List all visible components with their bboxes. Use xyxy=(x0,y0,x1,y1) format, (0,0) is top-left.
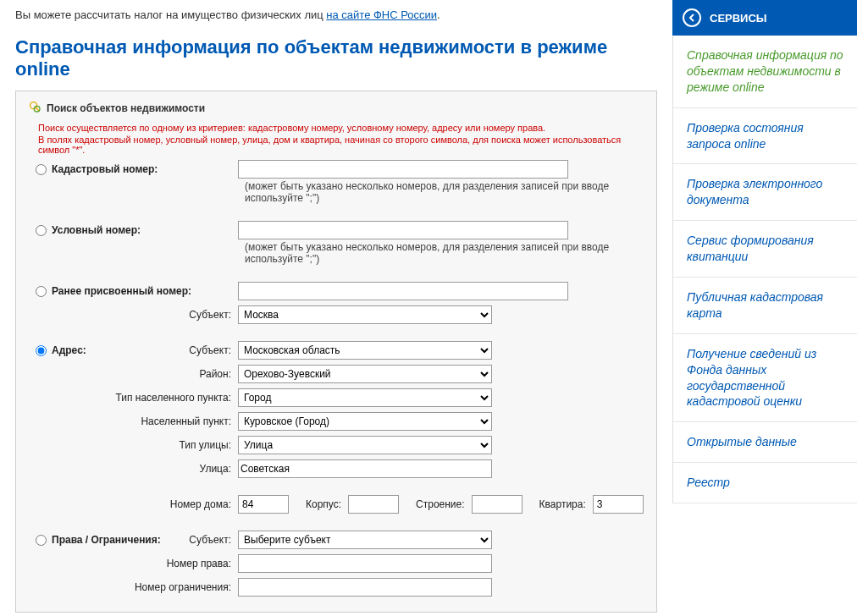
radio-cadastral[interactable] xyxy=(36,164,47,175)
select-settlement-type[interactable]: Город xyxy=(238,388,492,407)
sidebar-item-7[interactable]: Реестр xyxy=(673,463,857,503)
input-building[interactable] xyxy=(472,495,522,514)
intro-prefix: Вы можете рассчитать налог на имущество … xyxy=(15,8,326,21)
sidebar-list: Справочная информация по объектам недвиж… xyxy=(672,36,857,503)
hint-line-2: В полях кадастровый номер, условный номе… xyxy=(38,135,644,155)
intro-text: Вы можете рассчитать налог на имущество … xyxy=(15,8,657,21)
label-address: Адрес: xyxy=(52,344,86,356)
panel-header: Поиск объектов недвижимости xyxy=(28,100,644,116)
sidebar-item-5[interactable]: Получение сведений из Фонда данных госуд… xyxy=(673,334,857,423)
select-prev-subject[interactable]: Москва xyxy=(238,305,492,324)
search-icon xyxy=(28,100,41,116)
label-conditional: Условный номер: xyxy=(52,224,238,236)
input-apartment[interactable] xyxy=(593,495,644,514)
input-right-no[interactable] xyxy=(238,554,492,573)
select-district[interactable]: Орехово-Зуевский xyxy=(238,365,492,383)
sidebar-item-4[interactable]: Публичная кадастровая карта xyxy=(673,278,857,334)
label-cadastral: Кадастровый номер: xyxy=(52,163,238,175)
radio-previous[interactable] xyxy=(36,286,47,297)
help-cadastral: (может быть указано несколько номеров, д… xyxy=(245,180,644,204)
label-addr-subject: Субъект: xyxy=(189,344,231,356)
label-korpus: Корпус: xyxy=(296,498,341,510)
label-rights: Права / Ограничения: xyxy=(52,534,161,546)
select-rights-subject[interactable]: Выберите субъект xyxy=(238,531,492,549)
sidebar-header-text: СЕРВИСЫ xyxy=(710,12,767,25)
input-previous[interactable] xyxy=(238,282,568,300)
label-apartment: Квартира: xyxy=(529,498,586,510)
input-house[interactable] xyxy=(238,495,289,514)
input-cadastral[interactable] xyxy=(238,160,568,179)
radio-conditional[interactable] xyxy=(36,225,47,236)
label-street: Улица: xyxy=(52,463,238,475)
sidebar-item-2[interactable]: Проверка электронного документа xyxy=(673,164,857,221)
intro-link[interactable]: на сайте ФНС России xyxy=(326,8,437,21)
sidebar-item-6[interactable]: Открытые данные xyxy=(673,422,857,463)
label-building: Строение: xyxy=(406,498,465,510)
hint-line-1: Поиск осуществляется по одному из критер… xyxy=(38,123,644,133)
label-house: Номер дома: xyxy=(52,498,238,510)
label-right-no: Номер права: xyxy=(52,558,238,569)
label-street-type: Тип улицы: xyxy=(52,439,238,451)
label-previous: Ранее присвоенный номер: xyxy=(52,285,238,297)
input-limitation-no[interactable] xyxy=(238,578,492,597)
radio-address[interactable] xyxy=(36,345,47,356)
select-street-type[interactable]: Улица xyxy=(238,436,492,454)
label-prev-subject: Субъект: xyxy=(52,309,238,321)
sidebar-item-3[interactable]: Сервис формирования квитанции xyxy=(673,221,857,278)
sidebar-item-0[interactable]: Справочная информация по объектам недвиж… xyxy=(673,36,857,108)
intro-suffix: . xyxy=(437,8,440,21)
panel-header-text: Поиск объектов недвижимости xyxy=(47,102,205,114)
label-settlement: Населенный пункт: xyxy=(52,415,238,427)
sidebar-item-1[interactable]: Проверка состояния запроса online xyxy=(673,108,857,165)
back-icon[interactable] xyxy=(683,8,701,27)
input-conditional[interactable] xyxy=(238,221,568,239)
label-settlement-type: Тип населенного пункта: xyxy=(52,392,238,404)
label-rights-subject: Субъект: xyxy=(189,534,231,546)
select-settlement[interactable]: Куровское (Город) xyxy=(238,412,492,431)
search-panel: Поиск объектов недвижимости Поиск осущес… xyxy=(15,91,657,613)
input-korpus[interactable] xyxy=(348,495,399,514)
radio-rights[interactable] xyxy=(36,535,47,546)
page-title: Справочная информация по объектам недвиж… xyxy=(15,36,657,80)
label-limitation-no: Номер ограничения: xyxy=(52,581,238,593)
sidebar: СЕРВИСЫ Справочная информация по объекта… xyxy=(672,0,857,616)
label-district: Район: xyxy=(52,368,238,380)
select-addr-subject[interactable]: Московская область xyxy=(238,341,492,360)
sidebar-header[interactable]: СЕРВИСЫ xyxy=(672,0,857,36)
input-street[interactable] xyxy=(238,459,492,478)
help-conditional: (может быть указано несколько номеров, д… xyxy=(245,241,644,265)
